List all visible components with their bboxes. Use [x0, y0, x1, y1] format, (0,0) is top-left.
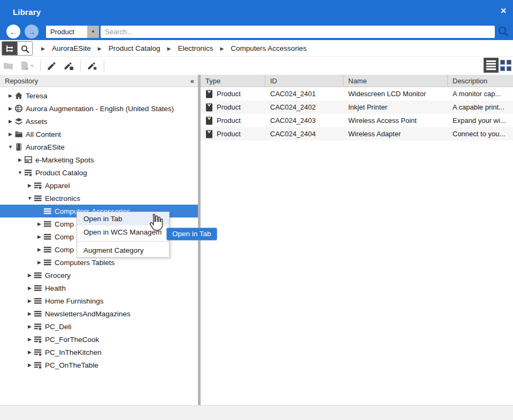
breadcrumb-item[interactable]: Electronics [178, 44, 213, 52]
tree-collapsed-icon[interactable]: ▶ [7, 119, 14, 124]
nav-bar: ← → Product ▼ [0, 24, 513, 40]
menu-item-open-in-wcs-managem[interactable]: Open in WCS Managem [77, 225, 169, 239]
product-tag-icon [205, 90, 213, 98]
breadcrumb-item[interactable]: AuroraESite [52, 44, 91, 52]
tree-item-label: Electronics [45, 195, 80, 203]
tree-item-label: e-Marketing Spots [35, 156, 94, 164]
forward-icon[interactable]: → [25, 25, 39, 38]
tree-item-pc-forthecook[interactable]: ▶PC_ForTheCook [0, 333, 198, 346]
cell-id: CAC024_2403 [265, 114, 343, 127]
column-header-description[interactable]: Description [448, 75, 513, 87]
tree-item-auroraesite[interactable]: ▼AuroraESite [0, 141, 198, 153]
tree-item-label: PC_InTheKitchen [45, 348, 102, 356]
tree-item-newslettersandmagazines[interactable]: ▶NewslettersAndMagazines [0, 307, 198, 320]
table-row[interactable]: ProductCAC024_2402Inkjet PrinterA capabl… [201, 100, 513, 114]
category-icon [33, 309, 42, 318]
tree-item-aurora-augmentation-english-united-states[interactable]: ▶Aurora Augmentation - English (United S… [0, 102, 198, 115]
tree-item-electronics[interactable]: ▼Electronics [0, 192, 198, 205]
tree-collapsed-icon[interactable]: ▶ [26, 183, 33, 188]
edit-new-icon[interactable] [87, 61, 98, 71]
dropdown-caret-icon[interactable]: ▼ [87, 26, 99, 38]
column-header-type[interactable]: Type [201, 75, 265, 87]
tree-collapsed-icon[interactable]: ▶ [26, 311, 33, 316]
breadcrumb-item[interactable]: Computers Accessories [231, 44, 307, 52]
tree-item-health[interactable]: ▶Health [0, 282, 198, 294]
catalog-star-icon [33, 181, 42, 190]
tree-collapsed-icon[interactable]: ▶ [36, 247, 43, 252]
tree-collapsed-icon[interactable]: ▶ [26, 337, 33, 342]
category-icon [33, 297, 42, 305]
tree-expanded-icon[interactable]: ▼ [7, 144, 14, 150]
tree-collapsed-icon[interactable]: ▶ [26, 349, 33, 355]
tree-collapsed-icon[interactable]: ▶ [17, 157, 24, 162]
tree-collapsed-icon[interactable]: ▶ [26, 362, 33, 368]
tree-item-label: PC_Deli [45, 323, 72, 331]
type-label: Product [217, 90, 241, 98]
tree-item-computers-tablets[interactable]: ▶Computers Tablets [0, 256, 198, 269]
tree-collapsed-icon[interactable]: ▶ [26, 324, 33, 329]
cell-id: CAC024_2401 [265, 87, 343, 100]
tree-item-label: Product Catalog [35, 169, 87, 177]
search-icon[interactable] [497, 25, 510, 38]
tree-collapsed-icon[interactable]: ▶ [36, 234, 43, 239]
tree-collapsed-icon[interactable]: ▶ [26, 273, 33, 278]
category-icon [43, 245, 52, 254]
edit-asset-icon[interactable] [63, 61, 74, 71]
search-input[interactable] [101, 26, 495, 38]
new-folder-icon[interactable] [3, 61, 14, 71]
tree-item-e-marketing-spots[interactable]: ▶e-Marketing Spots [0, 153, 198, 166]
tree-item-assets[interactable]: ▶Assets [0, 115, 198, 128]
tree-item-label: Apparel [45, 182, 70, 190]
catalog-star-icon [33, 348, 42, 356]
new-content-caret-icon[interactable]: ▼ [30, 64, 34, 68]
tree-collapsed-icon[interactable]: ▶ [7, 131, 14, 137]
type-label: Product [217, 116, 241, 125]
table-row[interactable]: ProductCAC024_2404Wireless AdapterConnec… [201, 127, 513, 141]
menu-item-augment-category[interactable]: Augment Category [77, 244, 169, 257]
cell-description: A capable print... [448, 100, 513, 114]
tree-item-label: Grocery [45, 271, 71, 279]
tree-expanded-icon[interactable]: ▼ [26, 196, 33, 201]
tree-collapsed-icon[interactable]: ▶ [7, 93, 14, 98]
tree-item-all-content[interactable]: ▶All Content [0, 128, 198, 141]
tree-item-pc-deli[interactable]: ▶PC_Deli [0, 320, 198, 333]
search-type-dropdown[interactable]: Product ▼ [46, 26, 99, 38]
display-toggle [484, 58, 513, 73]
cell-name: Wireless Adapter [343, 127, 448, 141]
grid-view-icon[interactable] [499, 58, 513, 73]
back-icon[interactable]: ← [6, 25, 20, 38]
tree-item-label: Aurora Augmentation - English (United St… [26, 105, 174, 113]
status-footer [0, 405, 513, 420]
tree-collapsed-icon[interactable]: ▶ [26, 285, 33, 291]
catalog-star-icon [33, 361, 42, 369]
table-row[interactable]: ProductCAC024_2401Widescreen LCD Monitor… [201, 87, 513, 100]
tree-item-pc-inthekitchen[interactable]: ▶PC_InTheKitchen [0, 346, 198, 359]
collapse-panel-icon[interactable]: « [190, 77, 193, 85]
toolbar-separator [104, 60, 104, 71]
close-icon[interactable]: ✕ [500, 7, 507, 14]
tree-collapsed-icon[interactable]: ▶ [36, 260, 43, 265]
tree-expanded-icon[interactable]: ▼ [17, 170, 24, 175]
home-icon [14, 91, 23, 100]
tree-item-product-catalog[interactable]: ▼Product Catalog [0, 166, 198, 179]
table-row[interactable]: ProductCAC024_2403Wireless Access PointE… [201, 114, 513, 127]
tree-item-pc-onthetable[interactable]: ▶PC_OnTheTable [0, 359, 198, 371]
list-view-icon[interactable] [484, 58, 499, 73]
tree-item-apparel[interactable]: ▶Apparel [0, 179, 198, 192]
explorer-mode-switch [2, 41, 33, 56]
tree-mode-icon[interactable] [2, 42, 17, 56]
new-content-icon[interactable]: ▼ [20, 61, 34, 71]
edit-icon[interactable] [47, 61, 57, 71]
column-header-id[interactable]: ID [265, 75, 343, 87]
menu-item-open-in-tab[interactable]: Open in Tab [77, 212, 169, 225]
search-mode-icon[interactable] [17, 42, 32, 56]
tree-collapsed-icon[interactable]: ▶ [26, 298, 33, 304]
tree-item-home-furnishings[interactable]: ▶Home Furnishings [0, 294, 198, 307]
tree-item-teresa[interactable]: ▶Teresa [0, 89, 198, 102]
tree-item-grocery[interactable]: ▶Grocery [0, 269, 198, 282]
cell-type: Product [201, 100, 265, 114]
tree-collapsed-icon[interactable]: ▶ [36, 221, 43, 227]
breadcrumb-item[interactable]: Product Catalog [109, 44, 160, 52]
tree-collapsed-icon[interactable]: ▶ [7, 106, 14, 111]
column-header-name[interactable]: Name [343, 75, 448, 87]
